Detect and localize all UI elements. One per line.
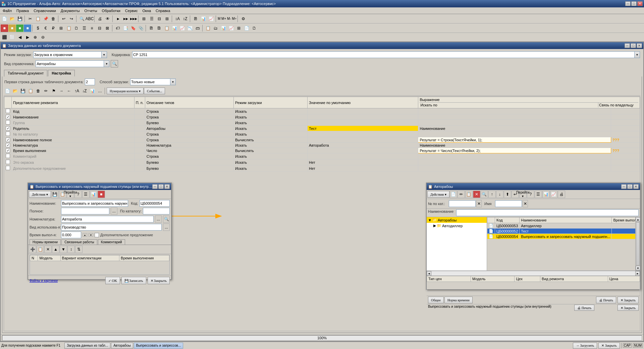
cell-type[interactable]: Строка — [145, 137, 233, 143]
tb2-32[interactable]: 🗋 — [251, 24, 258, 32]
form-actions-btn[interactable]: Действия ▾ — [29, 191, 51, 198]
tb2-13[interactable]: ⊟ — [96, 24, 103, 32]
tb3-4[interactable]: ▶ — [24, 34, 31, 41]
aw-print-btn[interactable]: 🖨 Печать — [596, 297, 616, 303]
name-input[interactable] — [61, 200, 128, 207]
cell-default[interactable] — [308, 120, 418, 126]
tb2-3[interactable]: ■ — [16, 24, 23, 32]
tb2-27[interactable]: 🗂 — [212, 24, 219, 32]
time-spin-up[interactable]: ▲ — [83, 233, 87, 237]
events-btn[interactable]: События... — [144, 88, 165, 94]
tb2-1[interactable]: ■ — [1, 24, 8, 32]
cell-default[interactable]: Нет — [308, 165, 418, 171]
aw-cell-time[interactable] — [612, 234, 635, 239]
tb-grid[interactable]: ⊞ — [140, 15, 148, 22]
form-tb4[interactable]: 📊 — [90, 191, 97, 198]
hscroll-left[interactable]: ◄ — [427, 271, 431, 276]
aw-name-clear[interactable]: ✕ — [523, 200, 528, 207]
menu-service[interactable]: Сервис — [123, 8, 140, 13]
aw-catnum-input[interactable] — [449, 200, 476, 207]
cell-expr[interactable] — [418, 114, 611, 120]
cell-mode[interactable]: Искать — [233, 153, 307, 159]
tbl-back[interactable]: ← — [65, 87, 73, 95]
aw-goto[interactable]: Перейти ▾ — [519, 191, 527, 198]
tb2-12[interactable]: ≡ — [88, 24, 96, 32]
cb-nom[interactable] — [6, 143, 10, 147]
scroll-thumb[interactable] — [636, 222, 640, 265]
cell-pp[interactable] — [134, 153, 145, 159]
tb2-4[interactable]: ■ — [24, 24, 31, 32]
cell-default[interactable]: Нет — [308, 159, 418, 165]
tb2-24[interactable]: 📉 — [186, 24, 194, 32]
tb-sort2[interactable]: ↕Z — [181, 15, 189, 22]
tb2-22[interactable]: 📊 — [171, 24, 178, 32]
tb2-8[interactable]: ⊞ — [57, 24, 65, 32]
load-action-btn[interactable]: → Загрузить — [573, 343, 597, 349]
aw-tab-norms[interactable]: Норма времени — [444, 297, 473, 303]
tb2-7[interactable]: ₽ — [50, 24, 57, 32]
tb2-31[interactable]: 📄 — [243, 24, 250, 32]
menu-references[interactable]: Справочники — [32, 8, 58, 13]
cell-name[interactable]: Дополнительное предложение — [12, 165, 135, 171]
tb-extra1[interactable]: 🖹 — [192, 15, 199, 22]
tb2-14[interactable]: ⊠ — [104, 24, 111, 32]
cell-expr expr-cell[interactable]: Результат = Строка(ТекстЯчейки, 1); — [418, 137, 611, 143]
aw-actions[interactable]: Действия ▾ — [427, 191, 449, 198]
menu-documents[interactable]: Документы — [59, 8, 82, 13]
full-input[interactable] — [61, 208, 109, 214]
cell-mode[interactable]: Искать — [233, 114, 307, 120]
tb2-2[interactable]: ■ — [8, 24, 16, 32]
aw-close-x[interactable]: ✕ — [633, 184, 639, 189]
cell-pp[interactable] — [134, 126, 145, 131]
menu-processing[interactable]: Обработки — [100, 8, 122, 13]
col-expr[interactable]: Выражение Искать по Связь по владельцу — [418, 97, 640, 108]
aw-cell-code[interactable]: ЦБ00000052 — [495, 229, 520, 234]
mode-input[interactable] — [33, 51, 102, 58]
form-tab-norms[interactable]: Нормы времени — [30, 239, 61, 245]
form-tbl-sort[interactable]: ↕ — [67, 246, 75, 253]
cell-default[interactable]: Тест — [308, 126, 418, 131]
aw-tb1[interactable]: 📄 — [450, 191, 457, 198]
col-default[interactable]: Значение по умолчанию — [308, 97, 418, 108]
tab-settings[interactable]: Настройка — [48, 70, 74, 77]
form-tab-comment[interactable]: Комментарий — [98, 239, 125, 245]
task-autoworks[interactable]: Авторабоы — [111, 343, 133, 349]
cell-mode[interactable]: Искать — [233, 165, 307, 171]
form-tab-related[interactable]: Связанные работы — [61, 239, 97, 245]
tb2-25[interactable]: 🗃 — [194, 24, 201, 32]
cell-mode[interactable]: Вычислять — [233, 137, 307, 143]
cell-name[interactable]: № по каталогу — [12, 131, 135, 137]
col-name[interactable]: Наименование — [520, 217, 612, 223]
nom-input[interactable] — [61, 216, 154, 222]
tb2-9[interactable]: 📋 — [65, 24, 72, 32]
cell-owner[interactable]: ??? — [611, 148, 640, 153]
aw-close-btn[interactable]: ✕ Закрыть — [618, 297, 639, 303]
tb2-19[interactable]: 🖹 — [148, 24, 155, 32]
cb-comment[interactable] — [6, 154, 10, 158]
encoding-dropdown[interactable]: ▼ — [635, 51, 640, 58]
cell-pp[interactable] — [134, 148, 145, 153]
form-tbl-copy[interactable]: 📋 — [37, 246, 44, 253]
tb2-6[interactable]: € — [42, 24, 49, 32]
cell-name[interactable]: Комментарий — [12, 153, 135, 159]
ref-search-btn[interactable]: 🔍 — [111, 60, 118, 67]
cell-type[interactable]: Строка — [145, 153, 233, 159]
nom-browse[interactable]: ... — [155, 215, 162, 223]
aw-tb8[interactable]: ⬆ — [504, 191, 511, 198]
form-tbl-add[interactable]: ➕ — [29, 246, 36, 253]
tb2-21[interactable]: 📋 — [163, 24, 170, 32]
cell-pp[interactable] — [134, 137, 145, 143]
cell-type[interactable]: Булево — [145, 159, 233, 165]
cell-pp[interactable] — [134, 120, 145, 126]
cell-type[interactable]: Число — [145, 148, 233, 153]
cell-default[interactable]: Авторабота — [308, 143, 418, 148]
mode-dropdown[interactable]: ▼ — [102, 51, 107, 58]
aw-help[interactable]: ? — [527, 191, 534, 198]
tbl-more[interactable]: … — [96, 87, 104, 95]
extra-cb[interactable] — [95, 233, 99, 237]
cell-owner[interactable] — [611, 114, 640, 120]
cb-catnum[interactable] — [6, 132, 10, 136]
tb-find[interactable]: 🔍 — [78, 15, 86, 22]
form-tb1[interactable]: 💾 — [51, 191, 59, 198]
cell-name[interactable]: Это окраска — [12, 159, 135, 165]
